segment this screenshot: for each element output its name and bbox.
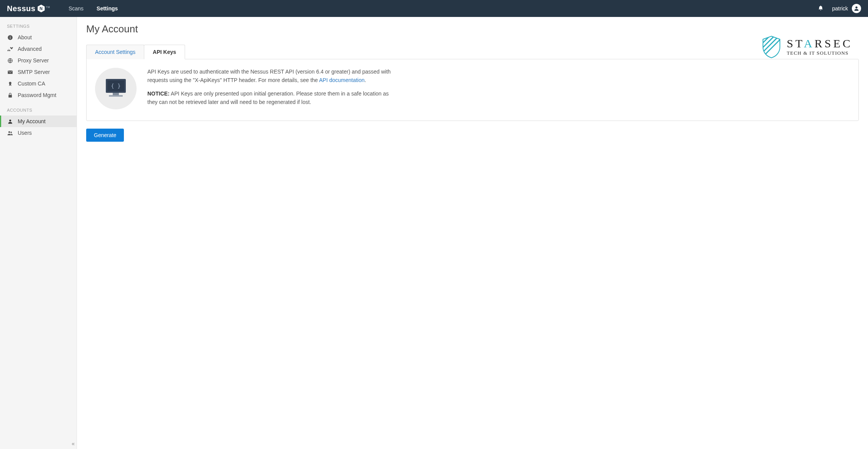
sidebar-collapse[interactable]: «: [72, 441, 73, 447]
nav-links: Scans Settings: [68, 5, 118, 12]
users-icon: [7, 130, 13, 136]
svg-point-7: [9, 82, 11, 84]
monitor-icon: { }: [103, 77, 128, 100]
sidebar: SETTINGS About Advanced Proxy Server SMT…: [0, 17, 77, 449]
sidebar-item-label: About: [18, 34, 32, 40]
tools-icon: [7, 46, 13, 52]
svg-text:{  }: { }: [111, 83, 120, 89]
sidebar-item-label: Users: [18, 130, 32, 136]
api-doc-link[interactable]: API documentation: [319, 77, 364, 83]
ribbon-icon: [7, 80, 13, 87]
panel-body: API Keys are used to authenticate with t…: [147, 68, 394, 112]
brand-tm: TM: [46, 6, 50, 8]
brand[interactable]: Nessus N TM: [7, 4, 45, 13]
svg-point-10: [8, 131, 10, 132]
mail-icon: [7, 69, 13, 75]
sidebar-section-accounts: ACCOUNTS: [0, 101, 77, 116]
bell-icon[interactable]: [818, 5, 824, 12]
sidebar-item-label: SMTP Server: [18, 69, 50, 75]
tabs: Account Settings API Keys: [86, 44, 859, 59]
notice-text: API Keys are only presented upon initial…: [147, 90, 389, 105]
sidebar-item-label: My Account: [18, 118, 45, 124]
user-menu[interactable]: patrick: [832, 4, 861, 13]
sidebar-section-settings: SETTINGS: [0, 17, 77, 32]
brand-hex-icon: N: [37, 4, 45, 13]
nav-link-scans[interactable]: Scans: [68, 5, 83, 12]
nav-link-settings[interactable]: Settings: [97, 5, 118, 12]
sidebar-item-smtp[interactable]: SMTP Server: [0, 66, 77, 78]
sidebar-item-about[interactable]: About: [0, 32, 77, 43]
sidebar-item-customca[interactable]: Custom CA: [0, 78, 77, 89]
notice-label: NOTICE:: [147, 90, 170, 97]
lock-icon: [7, 92, 13, 98]
sidebar-item-advanced[interactable]: Advanced: [0, 43, 77, 55]
info-icon: [7, 34, 13, 40]
tab-account-settings[interactable]: Account Settings: [86, 45, 144, 59]
panel-illustration: { }: [95, 68, 137, 112]
svg-point-2: [855, 7, 857, 8]
brand-name: Nessus: [7, 4, 35, 13]
svg-rect-4: [10, 37, 10, 39]
svg-point-11: [10, 131, 12, 133]
sidebar-item-users[interactable]: Users: [0, 127, 77, 139]
generate-button[interactable]: Generate: [86, 129, 124, 142]
sidebar-item-label: Custom CA: [18, 80, 45, 87]
sidebar-item-proxy[interactable]: Proxy Server: [0, 55, 77, 66]
api-keys-panel: { } API Keys are used to authenticate wi…: [86, 59, 859, 121]
svg-rect-5: [10, 36, 10, 36]
user-name: patrick: [832, 5, 848, 12]
svg-rect-8: [8, 95, 12, 97]
tab-api-keys[interactable]: API Keys: [144, 45, 185, 59]
sidebar-item-label: Password Mgmt: [18, 92, 56, 98]
svg-rect-21: [109, 95, 123, 97]
api-desc-suffix: .: [365, 77, 366, 83]
sidebar-item-label: Proxy Server: [18, 57, 49, 64]
top-navbar: Nessus N TM Scans Settings patrick: [0, 0, 868, 17]
svg-line-12: [761, 35, 777, 43]
page-title: My Account: [86, 23, 859, 35]
main-content: My Account STARSEC TECH & IT SOLUTIO: [77, 17, 868, 449]
sidebar-item-myaccount[interactable]: My Account: [0, 116, 77, 127]
nav-right: patrick: [818, 4, 861, 13]
globe-icon: [7, 57, 13, 64]
avatar-icon: [852, 4, 861, 13]
svg-rect-20: [113, 93, 119, 95]
svg-text:N: N: [40, 6, 43, 11]
user-icon: [7, 118, 13, 124]
sidebar-item-label: Advanced: [18, 46, 42, 52]
sidebar-item-password[interactable]: Password Mgmt: [0, 89, 77, 101]
svg-point-9: [9, 119, 11, 121]
